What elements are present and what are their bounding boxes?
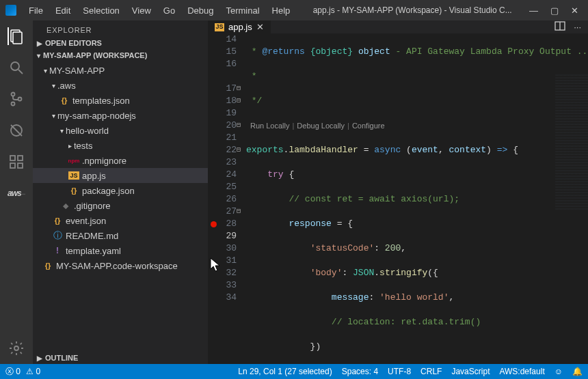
outline-header[interactable]: ▶OUTLINE (33, 352, 208, 364)
status-errors[interactable]: ⓧ 0 (5, 366, 21, 378)
menu-file[interactable]: File (23, 3, 49, 18)
tree-file-npmignore[interactable]: npm.npmignore (33, 153, 208, 168)
git-icon: ◆ (60, 201, 71, 210)
editor-area: JS app.js ✕ ··· my-sam-app-nodejs› hello… (208, 20, 588, 364)
codelens: Run Locally|Debug Locally|Configure (246, 120, 588, 132)
status-bar: ⓧ 0 ⚠ 0 Ln 29, Col 1 (27 selected) Space… (0, 364, 588, 379)
vscode-logo-icon (5, 5, 16, 16)
breakpoint-icon[interactable] (211, 221, 217, 227)
menu-help[interactable]: Help (267, 3, 296, 18)
json-icon: {} (52, 216, 63, 225)
menu-debug[interactable]: Debug (182, 3, 219, 18)
menu-go[interactable]: Go (158, 3, 181, 18)
editor-tabs: JS app.js ✕ ··· (208, 20, 588, 33)
tree-file-readme[interactable]: ⓘREADME.md (33, 228, 208, 243)
title-bar: File Edit Selection View Go Debug Termin… (0, 0, 588, 20)
menu-edit[interactable]: Edit (50, 3, 76, 18)
search-icon[interactable] (8, 59, 25, 76)
status-cursor[interactable]: Ln 29, Col 1 (27 selected) (238, 367, 332, 376)
svg-rect-11 (18, 163, 23, 168)
window-title: app.js - MY-SAM-APP (Workspace) - Visual… (295, 5, 529, 15)
chevron-right-icon: ▶ (37, 40, 42, 47)
explorer-title: EXPLORER (33, 20, 208, 37)
code-text[interactable]: * @returns {object} object - API Gateway… (246, 33, 588, 379)
status-feedback-icon[interactable]: ☺ (554, 367, 563, 376)
js-icon: JS (215, 23, 224, 31)
tree-file-package[interactable]: {}package.json (33, 183, 208, 198)
code-editor[interactable]: 14 15 16 17⊟ 18⊟ 19 20⊟ 21 22⊟ 23 24 25 … (208, 33, 588, 379)
source-control-icon[interactable] (8, 90, 25, 108)
debug-icon[interactable] (8, 122, 25, 139)
svg-point-6 (18, 98, 22, 101)
tab-label: app.js (228, 22, 252, 32)
aws-icon[interactable]: aws (8, 184, 25, 202)
close-icon[interactable]: ✕ (571, 5, 578, 16)
close-tab-icon[interactable]: ✕ (256, 22, 264, 32)
tab-actions: ··· (548, 20, 588, 33)
svg-rect-12 (18, 156, 23, 160)
tree-folder-hello[interactable]: ▾hello-world (33, 123, 208, 138)
extensions-icon[interactable] (8, 153, 25, 171)
tree-file-event[interactable]: {}event.json (33, 213, 208, 228)
svg-rect-9 (10, 156, 15, 160)
more-actions-icon[interactable]: ··· (574, 22, 581, 32)
json-icon: {} (68, 186, 79, 195)
svg-point-4 (12, 93, 15, 96)
status-warnings[interactable]: ⚠ 0 (26, 367, 40, 376)
svg-point-13 (14, 346, 18, 350)
status-language[interactable]: JavaScript (451, 367, 490, 376)
chevron-right-icon: ▶ (37, 354, 42, 362)
tree-file-template[interactable]: !template.yaml (33, 243, 208, 258)
yaml-icon: ! (52, 246, 63, 255)
svg-rect-1 (13, 32, 22, 44)
status-bell-icon[interactable]: 🔔 (572, 367, 583, 376)
menu-terminal[interactable]: Terminal (220, 3, 265, 18)
info-icon: ⓘ (52, 229, 63, 242)
split-editor-icon[interactable] (554, 20, 565, 33)
workspace-header[interactable]: ▾MY-SAM-APP (WORKSPACE) (33, 49, 208, 61)
js-icon: JS (68, 171, 79, 180)
svg-point-5 (12, 102, 15, 106)
status-encoding[interactable]: UTF-8 (388, 367, 411, 376)
activity-bar: aws (0, 20, 33, 364)
open-editors-header[interactable]: ▶OPEN EDITORS (33, 37, 208, 49)
json-icon: {} (42, 262, 53, 270)
tree-folder-aws[interactable]: ▾.aws (33, 78, 208, 93)
svg-point-2 (11, 62, 19, 70)
npm-icon: npm (68, 158, 79, 164)
window-controls: ― ▢ ✕ (529, 5, 583, 16)
codelens-debug[interactable]: Debug Locally (297, 120, 345, 132)
chevron-down-icon: ▾ (37, 52, 40, 59)
tree-file-codews[interactable]: {}MY-SAM-APP.code-workspace (33, 258, 208, 273)
explorer-icon[interactable] (8, 27, 25, 45)
file-tree: ▾MY-SAM-APP ▾.aws {}templates.json ▾my-s… (33, 61, 208, 352)
svg-rect-10 (10, 163, 15, 168)
menu-view[interactable]: View (126, 3, 157, 18)
settings-gear-icon[interactable] (8, 339, 25, 357)
tab-appjs[interactable]: JS app.js ✕ (208, 20, 271, 33)
explorer-sidebar: EXPLORER ▶OPEN EDITORS ▾MY-SAM-APP (WORK… (33, 20, 208, 364)
menu-selection[interactable]: Selection (77, 3, 124, 18)
maximize-icon[interactable]: ▢ (550, 5, 559, 16)
status-spaces[interactable]: Spaces: 4 (342, 367, 378, 376)
tree-file-gitignore[interactable]: ◆.gitignore (33, 198, 208, 213)
json-icon: {} (59, 96, 70, 104)
codelens-run[interactable]: Run Locally (250, 120, 289, 132)
tree-folder-root[interactable]: ▾MY-SAM-APP (33, 63, 208, 78)
svg-line-3 (18, 70, 23, 74)
status-eol[interactable]: CRLF (420, 367, 442, 376)
app-menus: File Edit Selection View Go Debug Termin… (23, 3, 295, 18)
tree-folder-tests[interactable]: ▸tests (33, 138, 208, 153)
line-gutter[interactable]: 14 15 16 17⊟ 18⊟ 19 20⊟ 21 22⊟ 23 24 25 … (208, 33, 246, 379)
minimap[interactable] (555, 74, 588, 211)
status-aws[interactable]: AWS:default (499, 367, 544, 376)
codelens-configure[interactable]: Configure (352, 120, 385, 132)
minimize-icon[interactable]: ― (529, 5, 538, 16)
tree-file-templates[interactable]: {}templates.json (33, 93, 208, 108)
tree-file-appjs[interactable]: JSapp.js (33, 168, 208, 183)
tree-folder-nodejs[interactable]: ▾my-sam-app-nodejs (33, 108, 208, 123)
